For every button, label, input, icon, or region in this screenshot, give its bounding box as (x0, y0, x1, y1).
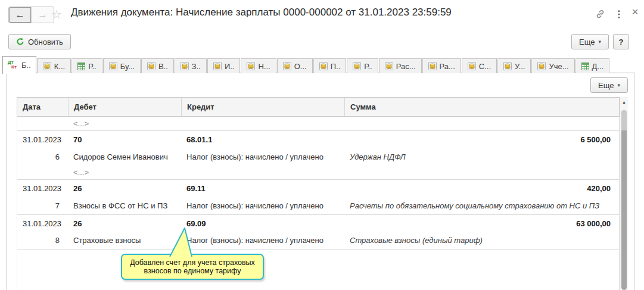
cell-credit (181, 166, 344, 179)
dtkt-icon: ДтКт (8, 60, 18, 70)
tab-label: Д... (592, 62, 604, 71)
tab-10[interactable]: Р.. (347, 58, 378, 73)
cell-sum: 63 000,00 (344, 215, 619, 232)
window-menu-icon[interactable]: ⋮ (613, 8, 625, 20)
coins-icon (213, 62, 222, 70)
table-row[interactable]: 8Страховые взносыНалог (взносы): начисле… (17, 232, 619, 250)
history-nav: ← → (8, 7, 54, 23)
refresh-button[interactable]: Обновить (8, 34, 71, 49)
tab-16[interactable]: Д... (575, 58, 610, 73)
table-row[interactable]: 7Взносы в ФСС от НС и ПЗНалог (взносы): … (17, 197, 619, 214)
tab-12[interactable]: Ра... (422, 58, 461, 73)
coins-icon (385, 62, 393, 70)
tab-0[interactable]: ДтКтБ.. (2, 56, 36, 74)
column-header-credit[interactable]: Кредит (181, 98, 344, 116)
scroll-up-icon[interactable]: ▲ (620, 97, 628, 107)
chevron-down-icon: ▾ (598, 39, 601, 45)
cell-credit: Налог (взносы): начислено / уплачено (181, 232, 344, 249)
coins-icon (181, 62, 189, 70)
tab-label: В.. (158, 62, 168, 71)
tab-6[interactable]: И.. (207, 58, 241, 73)
cell-credit: 69.11 (181, 180, 344, 197)
tab-14[interactable]: У... (497, 58, 531, 73)
cell-comment: Страховые взносы (единый тариф) (344, 232, 619, 249)
tab-13[interactable]: С... (462, 58, 497, 73)
table-header: ДатаДебетКредитСумма (17, 97, 620, 117)
favorite-star-icon[interactable]: ☆ (51, 7, 62, 21)
table-row[interactable]: 31.01.20232669.11420,00 (17, 179, 619, 197)
coins-icon (468, 62, 476, 70)
tab-label: И.. (225, 62, 235, 71)
forward-button[interactable]: → (31, 7, 54, 23)
refresh-label: Обновить (28, 38, 63, 46)
tab-7[interactable]: Н... (241, 58, 276, 73)
coins-icon (537, 62, 546, 70)
cell-date: 31.01.2023 (17, 131, 68, 148)
cell-sum (344, 117, 619, 130)
vertical-scrollbar[interactable]: ▲ (620, 97, 628, 290)
coins-icon (428, 62, 437, 70)
column-header-debit[interactable]: Дебет (68, 98, 181, 116)
column-header-sum[interactable]: Сумма (344, 98, 619, 116)
callout-pointer (161, 227, 197, 257)
back-icon: ← (15, 10, 25, 20)
tab-label: Бу... (120, 62, 135, 71)
table-row[interactable]: 6Сидоров Семен ИвановичНалог (взносы): н… (17, 148, 619, 166)
cell-debit: 26 (68, 180, 181, 197)
tab-11[interactable]: Рас... (379, 58, 422, 73)
grid-icon (77, 63, 85, 70)
cell-comment: Удержан НДФЛ (344, 148, 619, 166)
tab-label: Р.. (88, 62, 96, 71)
table-row[interactable]: 31.01.20232669.0963 000,00 (17, 214, 619, 232)
cell-date: 7 (17, 197, 68, 214)
cell-date: 8 (17, 232, 68, 249)
tab-1[interactable]: К... (37, 58, 71, 73)
cell-credit: Налог (взносы): начислено / уплачено (181, 197, 344, 214)
grid-icon (581, 63, 589, 70)
tab-2[interactable]: Р.. (71, 58, 102, 73)
forward-icon: → (38, 10, 48, 20)
cell-credit (181, 117, 344, 130)
tab-label: Б.. (21, 61, 31, 70)
page-title: Движения документа: Начисление зарплаты … (71, 7, 452, 18)
scrollbar-thumb[interactable] (621, 110, 627, 290)
tab-label: О... (294, 62, 307, 71)
cell-date (17, 166, 68, 179)
tab-15[interactable]: Уче... (531, 58, 574, 73)
help-label: ? (619, 38, 624, 46)
link-icon[interactable] (594, 8, 606, 20)
cell-date: 6 (17, 148, 68, 166)
back-button[interactable]: ← (9, 7, 31, 23)
more-label: Еще (598, 81, 614, 90)
tab-3[interactable]: Бу... (103, 58, 141, 73)
cell-sum: 6 500,00 (344, 131, 619, 148)
close-icon[interactable]: × (629, 6, 641, 18)
tab-9[interactable]: П.. (313, 58, 347, 73)
help-button[interactable]: ? (613, 34, 629, 49)
tab-label: П.. (331, 62, 341, 71)
tab-8[interactable]: О... (277, 58, 313, 73)
tab-5[interactable]: З.. (175, 58, 207, 73)
coins-icon (319, 62, 328, 70)
cell-date: 31.01.2023 (17, 180, 68, 197)
coins-icon (353, 62, 361, 70)
column-header-date[interactable]: Дата (17, 98, 68, 116)
table-body: <...>31.01.20237068.01.16 500,006Сидоров… (17, 117, 620, 290)
tab-4[interactable]: В.. (141, 58, 174, 73)
cell-debit: Сидоров Семен Иванович (68, 148, 181, 166)
cell-credit: 69.09 (181, 215, 344, 232)
cell-comment: Расчеты по обязательному социальному стр… (344, 197, 619, 214)
more-button-top[interactable]: Еще ▾ (571, 34, 609, 49)
table-row[interactable]: <...> (17, 166, 619, 179)
coins-icon (147, 62, 155, 70)
more-button-table[interactable]: Еще ▾ (590, 77, 628, 93)
table-row[interactable]: <...> (17, 117, 619, 130)
cell-date: 31.01.2023 (17, 215, 68, 232)
callout-annotation: Добавлен счет для учета страховых взносо… (121, 254, 264, 280)
tab-label: У... (515, 62, 525, 71)
movements-table: ДатаДебетКредитСумма <...>31.01.20237068… (17, 97, 628, 290)
coins-icon (43, 62, 51, 70)
refresh-icon (16, 38, 24, 46)
table-row[interactable]: 31.01.20237068.01.16 500,00 (17, 130, 619, 148)
tab-label: З.. (192, 62, 201, 71)
